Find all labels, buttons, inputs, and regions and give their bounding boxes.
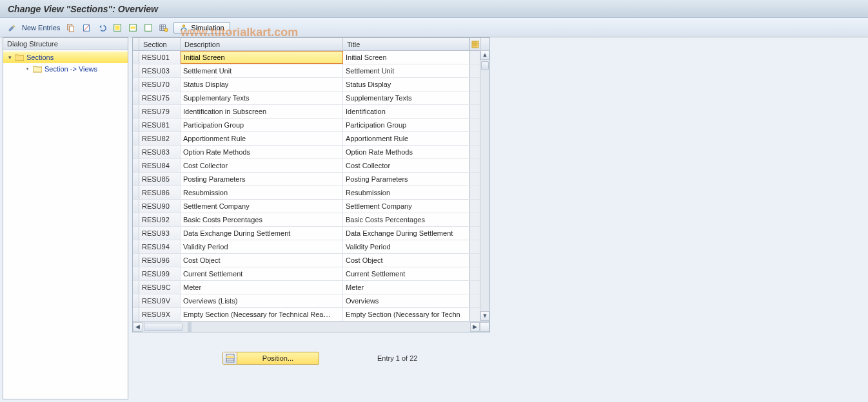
cell-description[interactable]: Data Exchange During Settlement bbox=[181, 227, 343, 240]
cell-title[interactable]: Supplementary Texts bbox=[343, 91, 469, 104]
row-selector[interactable] bbox=[133, 213, 139, 226]
scroll-left-button[interactable]: ◀ bbox=[133, 322, 143, 332]
tree-item-section-views[interactable]: • Section -> Views bbox=[3, 63, 128, 75]
cell-description[interactable]: Meter bbox=[181, 281, 343, 294]
row-selector[interactable] bbox=[133, 281, 139, 294]
cell-title[interactable]: Resubmission bbox=[343, 186, 469, 199]
row-selector[interactable] bbox=[133, 119, 139, 131]
new-entries-button[interactable]: New Entries bbox=[22, 24, 60, 32]
row-selector[interactable] bbox=[133, 132, 139, 145]
cell-title[interactable]: Current Settlement bbox=[343, 267, 469, 280]
cell-title[interactable]: Posting Parameters bbox=[343, 173, 469, 186]
cell-section[interactable]: RESU84 bbox=[139, 159, 181, 172]
row-selector[interactable] bbox=[133, 146, 139, 158]
table-row[interactable]: RESU93Data Exchange During SettlementDat… bbox=[133, 227, 489, 240]
row-selector[interactable] bbox=[133, 173, 139, 186]
cell-description[interactable]: Option Rate Methods bbox=[181, 146, 343, 158]
cell-description[interactable]: Posting Parameters bbox=[181, 173, 343, 186]
row-selector[interactable] bbox=[133, 240, 139, 253]
table-row[interactable]: RESU84Cost CollectorCost Collector bbox=[133, 159, 489, 173]
table-row[interactable]: RESU90Settlement CompanySettlement Compa… bbox=[133, 200, 489, 213]
toggle-display-change-button[interactable] bbox=[6, 21, 18, 34]
cell-section[interactable]: RESU9C bbox=[139, 281, 181, 294]
cell-title[interactable]: Option Rate Methods bbox=[343, 146, 469, 158]
row-selector[interactable] bbox=[133, 308, 139, 321]
cell-title[interactable]: Apportionment Rule bbox=[343, 132, 469, 145]
scroll-vertical-track[interactable] bbox=[480, 60, 489, 311]
row-selector[interactable] bbox=[133, 64, 139, 77]
row-selector[interactable] bbox=[133, 91, 139, 104]
cell-section[interactable]: RESU9V bbox=[139, 294, 181, 307]
cell-title[interactable]: Settlement Company bbox=[343, 200, 469, 213]
cell-title[interactable]: Settlement Unit bbox=[343, 64, 469, 77]
cell-description[interactable]: Empty Section (Necessary for Technical R… bbox=[181, 308, 343, 321]
cell-section[interactable]: RESU96 bbox=[139, 254, 181, 267]
scroll-right-button[interactable]: ▶ bbox=[470, 322, 480, 332]
row-selector[interactable] bbox=[133, 159, 139, 172]
cell-section[interactable]: RESU83 bbox=[139, 146, 181, 158]
row-selector[interactable] bbox=[133, 254, 139, 267]
cell-description[interactable]: Cost Object bbox=[181, 254, 343, 267]
cell-section[interactable]: RESU93 bbox=[139, 227, 181, 240]
cell-section[interactable]: RESU82 bbox=[139, 132, 181, 145]
cell-section[interactable]: RESU81 bbox=[139, 119, 181, 131]
column-header-section[interactable]: Section bbox=[139, 38, 181, 50]
delete-button[interactable] bbox=[81, 21, 92, 34]
header-row-selector[interactable] bbox=[133, 38, 139, 50]
cell-title[interactable]: Basic Costs Percentages bbox=[343, 213, 469, 226]
cell-title[interactable]: Cost Object bbox=[343, 254, 469, 267]
table-row[interactable]: RESU83Option Rate MethodsOption Rate Met… bbox=[133, 146, 489, 159]
cell-description[interactable]: Settlement Company bbox=[181, 200, 343, 213]
cell-title[interactable]: Status Display bbox=[343, 78, 469, 91]
table-row[interactable]: RESU03Settlement UnitSettlement Unit bbox=[133, 64, 489, 78]
cell-description[interactable]: Settlement Unit bbox=[181, 64, 343, 77]
tree-toggle-icon[interactable]: ▾ bbox=[8, 54, 15, 61]
cell-section[interactable]: RESU99 bbox=[139, 267, 181, 280]
cell-description[interactable]: Overviews (Lists) bbox=[181, 294, 343, 307]
cell-description[interactable]: Identification in Subscreen bbox=[181, 105, 343, 118]
scroll-split-handle[interactable] bbox=[188, 322, 192, 332]
row-selector[interactable] bbox=[133, 267, 139, 280]
scroll-down-button[interactable]: ▼ bbox=[480, 311, 489, 321]
select-all-button[interactable] bbox=[112, 21, 123, 34]
cell-section[interactable]: RESU75 bbox=[139, 91, 181, 104]
cell-title[interactable]: Data Exchange During Settlement bbox=[343, 227, 469, 240]
table-row[interactable]: RESU94Validity PeriodValidity Period bbox=[133, 240, 489, 254]
row-selector[interactable] bbox=[133, 186, 139, 199]
table-row[interactable]: RESU79Identification in SubscreenIdentif… bbox=[133, 105, 489, 119]
table-row[interactable]: RESU81Participation GroupParticipation G… bbox=[133, 119, 489, 132]
table-row[interactable]: RESU01Initial Screen bbox=[133, 51, 489, 64]
table-config-button[interactable] bbox=[469, 38, 481, 50]
table-row[interactable]: RESU86ResubmissionResubmission bbox=[133, 186, 489, 200]
cell-title[interactable]: Meter bbox=[343, 281, 469, 294]
scroll-vertical-thumb[interactable] bbox=[481, 61, 489, 70]
row-selector[interactable] bbox=[133, 227, 139, 240]
cell-title[interactable]: Participation Group bbox=[343, 119, 469, 131]
undo-button[interactable] bbox=[96, 21, 108, 34]
cell-section[interactable]: RESU92 bbox=[139, 213, 181, 226]
cell-description[interactable] bbox=[181, 51, 343, 64]
tree-item-sections[interactable]: ▾ Sections bbox=[3, 52, 128, 63]
cell-description[interactable]: Supplementary Texts bbox=[181, 91, 343, 104]
table-row[interactable]: RESU85Posting ParametersPosting Paramete… bbox=[133, 173, 489, 186]
cell-section[interactable]: RESU86 bbox=[139, 186, 181, 199]
cell-section[interactable]: RESU94 bbox=[139, 240, 181, 253]
configure-button[interactable] bbox=[158, 21, 170, 34]
cell-description[interactable]: Basic Costs Percentages bbox=[181, 213, 343, 226]
cell-description[interactable]: Validity Period bbox=[181, 240, 343, 253]
table-row[interactable]: RESU70Status DisplayStatus Display bbox=[133, 78, 489, 91]
table-row[interactable]: RESU9CMeterMeter bbox=[133, 281, 489, 294]
cell-section[interactable]: RESU79 bbox=[139, 105, 181, 118]
scroll-up-button[interactable]: ▲ bbox=[480, 50, 489, 60]
table-row[interactable]: RESU99Current SettlementCurrent Settleme… bbox=[133, 267, 489, 281]
cell-description[interactable]: Status Display bbox=[181, 78, 343, 91]
cell-title[interactable]: Empty Section (Necessary for Techn bbox=[343, 308, 469, 321]
cell-title[interactable]: Validity Period bbox=[343, 240, 469, 253]
row-selector[interactable] bbox=[133, 105, 139, 118]
cell-description[interactable]: Apportionment Rule bbox=[181, 132, 343, 145]
description-input[interactable] bbox=[184, 53, 340, 61]
position-button[interactable]: Position... bbox=[222, 352, 319, 365]
cell-section[interactable]: RESU01 bbox=[139, 51, 181, 64]
cell-section[interactable]: RESU9X bbox=[139, 308, 181, 321]
cell-section[interactable]: RESU90 bbox=[139, 200, 181, 213]
